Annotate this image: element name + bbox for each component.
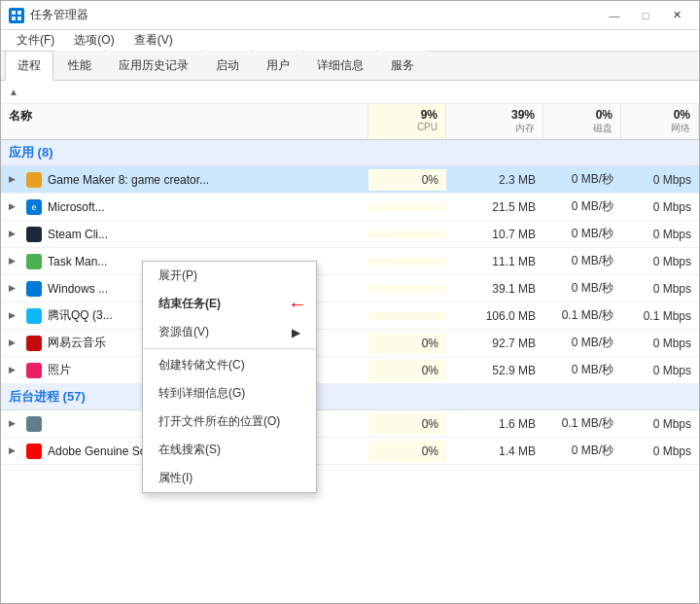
net-cell: 0 Mbps — [621, 224, 699, 245]
disk-cell: 0 MB/秒 — [543, 331, 621, 355]
process-name-text: 网易云音乐 — [48, 335, 106, 351]
disk-cell: 0.1 MB/秒 — [543, 411, 621, 436]
process-name-cell: ▶ e Microsoft... — [1, 197, 368, 217]
expand-icon: ▶ — [9, 418, 20, 430]
table-row[interactable]: ▶ Task Man... 11.1 MB 0 MB/秒 0 Mbps — [1, 248, 699, 275]
expand-icon: ▶ — [9, 256, 20, 267]
table-row[interactable]: ▶ Windows ... 39.1 MB 0 MB/秒 0 Mbps — [1, 275, 699, 302]
tab-services[interactable]: 服务 — [378, 51, 427, 80]
disk-cell: 0.1 MB/秒 — [543, 303, 621, 328]
menu-view[interactable]: 查看(V) — [126, 30, 181, 51]
disk-cell: 0 MB/秒 — [543, 276, 621, 301]
process-icon-gear — [26, 416, 42, 432]
cpu-cell: 0% — [368, 169, 446, 191]
title-controls: — □ ✕ — [600, 6, 691, 25]
table-row[interactable]: ▶ 网易云音乐 0% 92.7 MB 0 MB/秒 0 Mbps — [1, 330, 699, 357]
ctx-separator — [143, 348, 316, 349]
title-bar-left: 任务管理器 — [9, 7, 88, 23]
cpu-cell — [368, 285, 446, 293]
process-name-text: Game Maker 8: game creator... — [48, 173, 209, 187]
process-name-text: 照片 — [48, 362, 71, 378]
table-row[interactable]: ▶ Steam Cli... 10.7 MB 0 MB/秒 0 Mbps — [1, 221, 699, 248]
process-name-text: Windows ... — [48, 282, 108, 296]
table-row[interactable]: ▶ 照片 0% 52.9 MB 0 MB/秒 0 Mbps — [1, 357, 699, 384]
sort-arrow-icon: ▲ — [9, 87, 18, 97]
table-row[interactable]: ▶ 腾讯QQ (3... 106.0 MB 0.1 MB/秒 0.1 Mbps — [1, 302, 699, 330]
ctx-goto-details[interactable]: 转到详细信息(G) — [143, 379, 316, 408]
table-row[interactable]: ▶ e Microsoft... 21.5 MB 0 MB/秒 0 Mbps — [1, 194, 699, 221]
process-name-text: Microsoft... — [48, 200, 105, 214]
mem-cell: 1.6 MB — [446, 413, 543, 435]
net-cell: 0 Mbps — [621, 169, 699, 191]
close-button[interactable]: ✕ — [662, 6, 691, 25]
mem-cell: 10.7 MB — [446, 224, 543, 245]
net-cell: 0 Mbps — [621, 413, 699, 435]
tab-performance[interactable]: 性能 — [55, 51, 104, 80]
table-row[interactable]: ▶ Game Maker 8: game creator... 0% 2.3 M… — [1, 166, 699, 194]
tab-bar: 进程 性能 应用历史记录 启动 用户 详细信息 服务 — [1, 52, 699, 81]
ctx-online-search[interactable]: 在线搜索(S) — [143, 436, 316, 464]
submenu-arrow-icon: ▶ — [292, 326, 300, 339]
tab-users[interactable]: 用户 — [254, 51, 302, 80]
col-header-name[interactable]: 名称 — [1, 104, 368, 139]
disk-cell: 0 MB/秒 — [543, 249, 621, 273]
cpu-cell — [368, 258, 446, 266]
ctx-expand[interactable]: 展开(P) — [143, 262, 316, 290]
expand-icon: ▶ — [9, 229, 20, 240]
ctx-end-task[interactable]: 结束任务(E) — [143, 290, 316, 318]
disk-cell: 0 MB/秒 — [543, 167, 621, 192]
minimize-button[interactable]: — — [600, 6, 629, 25]
process-icon-adobe — [26, 444, 42, 459]
net-cell: 0 Mbps — [621, 360, 699, 381]
net-cell: 0 Mbps — [621, 441, 699, 462]
app-icon — [9, 8, 24, 23]
process-name-text: Steam Cli... — [48, 228, 108, 241]
col-header-mem[interactable]: 39% 内存 — [446, 104, 543, 139]
net-cell: 0 Mbps — [621, 251, 699, 272]
ctx-properties[interactable]: 属性(I) — [143, 464, 316, 492]
expand-icon: ▶ — [9, 445, 20, 457]
net-cell: 0 Mbps — [621, 278, 699, 300]
background-section-header: 后台进程 (57) — [1, 384, 699, 410]
menu-bar: 文件(F) 选项(O) 查看(V) — [1, 30, 699, 52]
disk-cell: 0 MB/秒 — [543, 195, 621, 219]
disk-cell: 0 MB/秒 — [543, 358, 621, 382]
cpu-cell: 0% — [368, 333, 446, 354]
mem-cell: 2.3 MB — [446, 169, 543, 191]
net-cell: 0 Mbps — [621, 333, 699, 354]
process-icon-task — [26, 254, 42, 269]
col-header-disk[interactable]: 0% 磁盘 — [543, 104, 621, 139]
ctx-resource-value[interactable]: 资源值(V) ▶ — [143, 318, 316, 346]
cpu-cell — [368, 231, 446, 238]
menu-options[interactable]: 选项(O) — [66, 30, 122, 51]
column-headers: 名称 9% CPU 39% 内存 0% 磁盘 0% 网络 — [1, 104, 699, 140]
context-menu: 展开(P) 结束任务(E) 资源值(V) ▶ 创建转储文件(C) 转到详细信息(… — [142, 261, 317, 493]
process-icon-photos — [26, 363, 42, 378]
process-icon-gamemaker — [26, 172, 42, 188]
tab-startup[interactable]: 启动 — [203, 51, 252, 80]
menu-file[interactable]: 文件(F) — [9, 30, 62, 51]
table-row[interactable]: ▶ Adobe Genuine Software Int... 0% 1.4 M… — [1, 438, 699, 465]
svg-rect-3 — [18, 17, 21, 20]
col-header-net[interactable]: 0% 网络 — [621, 104, 699, 139]
col-header-cpu[interactable]: 9% CPU — [368, 104, 446, 139]
ctx-open-location[interactable]: 打开文件所在的位置(O) — [143, 408, 316, 436]
svg-rect-0 — [12, 11, 16, 15]
process-name-text: Task Man... — [48, 255, 107, 268]
svg-rect-1 — [18, 11, 21, 15]
process-name-cell: ▶ Steam Cli... — [1, 225, 368, 244]
tab-details[interactable]: 详细信息 — [304, 51, 376, 80]
cpu-cell — [368, 203, 446, 211]
maximize-button[interactable]: □ — [631, 6, 660, 25]
tab-app-history[interactable]: 应用历史记录 — [106, 51, 201, 80]
cpu-cell: 0% — [368, 360, 446, 381]
ctx-create-dump[interactable]: 创建转储文件(C) — [143, 351, 316, 379]
svg-rect-2 — [12, 17, 16, 20]
tab-processes[interactable]: 进程 — [5, 51, 53, 81]
disk-cell: 0 MB/秒 — [543, 222, 621, 246]
expand-icon: ▶ — [9, 283, 20, 295]
mem-cell: 52.9 MB — [446, 360, 543, 381]
table-row[interactable]: ▶ 0% 1.6 MB 0.1 MB/秒 0 Mbps — [1, 410, 699, 438]
window-title: 任务管理器 — [30, 7, 88, 23]
mem-cell: 39.1 MB — [446, 278, 543, 300]
